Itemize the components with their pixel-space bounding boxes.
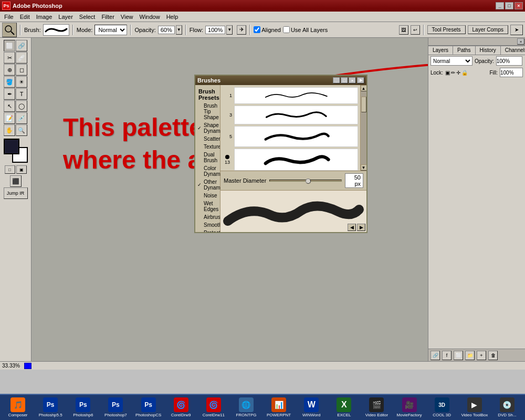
taskbar-videotoolbox[interactable]: ▶ Video ToolBox xyxy=(459,396,490,419)
brush-scattering[interactable]: Scattering🔒 xyxy=(195,135,220,143)
diameter-slider[interactable] xyxy=(269,180,342,182)
layer-mode-select[interactable]: Normal xyxy=(430,56,472,66)
diameter-value[interactable]: 50 px xyxy=(345,173,363,188)
palette-arrow-button[interactable]: ➤ xyxy=(510,25,523,35)
brush-shape-dynamics[interactable]: Shape Dynamics🔒 xyxy=(195,121,220,135)
taskbar-photoshopcs[interactable]: Ps PhotoshopCS xyxy=(133,396,164,419)
menu-view[interactable]: View xyxy=(118,13,136,21)
toolbar-icon-1[interactable]: 🖼 xyxy=(399,25,408,35)
brush-airbrush[interactable]: Airbrush🔒 xyxy=(195,213,220,221)
marquee-tool[interactable]: ⬜ xyxy=(4,40,15,51)
brush-noise[interactable]: Noise🔒 xyxy=(195,192,220,200)
add-style-btn[interactable]: f xyxy=(442,351,452,360)
brush-wet-edges[interactable]: Wet Edges🔒 xyxy=(195,200,220,213)
brush-preview-3[interactable] xyxy=(234,126,358,147)
eraser-tool[interactable]: ◻ xyxy=(16,64,27,76)
flow-stepper[interactable]: ▼ xyxy=(226,25,233,35)
standard-mode-btn[interactable]: □ xyxy=(5,165,15,174)
layer-comps-button[interactable]: Layer Comps xyxy=(468,25,508,34)
brush-preview-1[interactable] xyxy=(234,87,358,104)
brush-dialog-maximize[interactable]: □ xyxy=(341,77,348,83)
close-button[interactable]: × xyxy=(514,2,523,9)
brush-color-dynamics[interactable]: Color Dynamics🔒 xyxy=(195,164,220,178)
use-all-layers-checkbox[interactable] xyxy=(283,26,290,33)
progress-indicator[interactable] xyxy=(24,363,32,369)
taskbar-photoshop6[interactable]: Ps Photoshp6 xyxy=(67,396,99,419)
scroll-up-btn[interactable]: ▲ xyxy=(361,85,367,91)
menu-image[interactable]: Image xyxy=(33,13,56,21)
new-layer-btn[interactable]: + xyxy=(477,351,486,360)
brush-preview-2[interactable] xyxy=(234,106,358,124)
menu-window[interactable]: Window xyxy=(136,13,163,21)
taskbar-composer[interactable]: 🎵 Composer xyxy=(2,396,34,419)
opacity-stepper[interactable]: ▼ xyxy=(176,25,182,35)
flow-value[interactable]: 100% xyxy=(205,26,225,34)
taskbar-videoeditor[interactable]: 🎬 Video Editor xyxy=(361,396,392,419)
zoom-tool[interactable]: 🔍 xyxy=(16,124,27,136)
brush-tip-shape[interactable]: Brush Tip Shape xyxy=(195,102,220,121)
taskbar-moviefactory[interactable]: 🎥 MovieFactory xyxy=(394,396,425,419)
lock-all-btn[interactable]: 🔒 xyxy=(461,70,468,76)
taskbar-frontpage[interactable]: 🌐 FRONTPG xyxy=(230,396,262,419)
brush-preview-4[interactable] xyxy=(234,149,358,171)
minimize-button[interactable]: _ xyxy=(496,2,504,9)
taskbar-powerpoint[interactable]: 📊 POWERPNT xyxy=(263,396,295,419)
lock-transparency-btn[interactable]: ▣ xyxy=(445,70,450,76)
delete-layer-btn[interactable]: 🗑 xyxy=(488,351,498,360)
aligned-checkbox[interactable] xyxy=(254,26,260,33)
jump-to-imageready-btn[interactable]: Jump IR xyxy=(4,187,28,199)
brush-smoothing[interactable]: Smoothing🔒 xyxy=(195,221,220,229)
toolbar-icon-2[interactable]: ↩ xyxy=(411,25,420,35)
crop-tool[interactable]: ✂ xyxy=(4,52,15,64)
scroll-down-btn[interactable]: ▼ xyxy=(361,164,367,171)
menu-layer[interactable]: Layer xyxy=(55,13,76,21)
menu-select[interactable]: Select xyxy=(76,13,99,21)
brush-dialog-close[interactable]: × xyxy=(349,77,356,83)
brush-dialog-menu-btn[interactable]: ▶ xyxy=(357,77,364,83)
brush-texture[interactable]: Texture🔒 xyxy=(195,143,220,151)
menu-file[interactable]: File xyxy=(1,13,17,21)
maximize-button[interactable]: □ xyxy=(505,2,513,9)
clone-tool[interactable]: ⊕ xyxy=(4,64,15,76)
brush-preview-thumb[interactable] xyxy=(43,24,69,36)
tab-layers[interactable]: Layers xyxy=(428,46,453,55)
scroll-thumb[interactable] xyxy=(361,97,366,112)
type-tool[interactable]: T xyxy=(16,88,27,100)
lasso-tool[interactable]: 🔗 xyxy=(16,40,27,51)
hand-tool[interactable]: ✋ xyxy=(4,124,15,136)
foreground-color-swatch[interactable] xyxy=(4,139,19,154)
screen-mode-btn[interactable]: ⬛ xyxy=(10,175,22,187)
taskbar-cool3d[interactable]: 3D COOL 3D xyxy=(426,396,458,419)
taskbar-photoshop55[interactable]: Ps Photoshp5.5 xyxy=(35,396,66,419)
diameter-thumb[interactable] xyxy=(306,178,311,184)
scroll-track[interactable] xyxy=(361,91,367,164)
tab-history[interactable]: History xyxy=(476,46,501,55)
opacity-value[interactable]: 60% xyxy=(158,26,175,34)
panel-close-btn[interactable]: × xyxy=(517,38,524,45)
brush-nav-left[interactable]: ◀ xyxy=(348,224,356,231)
brush-dialog-minimize[interactable]: _ xyxy=(333,77,340,83)
fill-input[interactable] xyxy=(500,68,523,77)
paint-bucket-tool[interactable]: 🪣 xyxy=(4,76,15,88)
add-mask-btn[interactable]: ⬜ xyxy=(454,351,463,360)
brush-other-dynamics[interactable]: Other Dynamics🔒 xyxy=(195,178,220,192)
menu-help[interactable]: Help xyxy=(163,13,182,21)
pen-tool[interactable]: ✒ xyxy=(4,88,15,100)
tab-paths[interactable]: Paths xyxy=(453,46,476,55)
brush-protect-texture[interactable]: Protect Texture🔒 xyxy=(195,229,220,232)
quick-mask-btn[interactable]: ▣ xyxy=(16,165,27,174)
heal-tool[interactable]: 🩹 xyxy=(16,52,27,64)
new-group-btn[interactable]: 📁 xyxy=(465,351,475,360)
taskbar-word[interactable]: W WINWord xyxy=(296,396,327,419)
brush-dual-brush[interactable]: Dual Brush🔒 xyxy=(195,151,220,164)
airbrush-btn[interactable]: ✈ xyxy=(237,25,246,35)
taskbar-photoshop7[interactable]: Ps Photoshop7 xyxy=(100,396,131,419)
taskbar-coreldraw9[interactable]: 🌀 CorelDrw9 xyxy=(165,396,197,419)
lock-position-btn[interactable]: ✛ xyxy=(456,70,460,76)
menu-filter[interactable]: Filter xyxy=(98,13,117,21)
eyedropper-tool[interactable]: 💉 xyxy=(16,112,27,124)
taskbar-coreldraw11[interactable]: 🌀 CorelDrw11 xyxy=(198,396,229,419)
mode-select[interactable]: Normal xyxy=(94,25,127,35)
taskbar-dvd[interactable]: 💿 DVD Sh... xyxy=(491,396,523,419)
color-picker[interactable] xyxy=(4,139,28,163)
